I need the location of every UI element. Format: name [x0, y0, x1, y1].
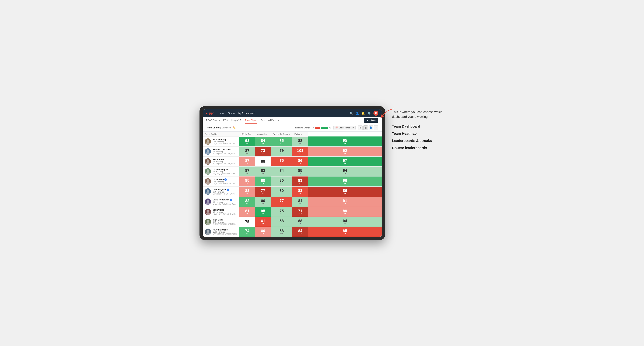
- score-inner: 95 8▲: [255, 207, 271, 217]
- score-inner: 89 7▲: [255, 176, 271, 186]
- score-inner: 83 6▼: [292, 187, 308, 197]
- score-value: 93: [245, 139, 249, 143]
- player-cell[interactable]: Chris Robertson✓ 1-5 Handicap Craigmilla…: [203, 197, 240, 207]
- score-change: 6▼: [299, 163, 301, 164]
- score-change: 2▼: [344, 213, 346, 215]
- score-inner: 86 6▼: [292, 157, 308, 166]
- score-change: 1▼: [262, 233, 264, 234]
- nav-home[interactable]: Home: [218, 111, 225, 115]
- logo[interactable]: clippd: [206, 112, 214, 115]
- score-inner: 79 9▲: [271, 147, 292, 156]
- annotation-item-0: Team Dashboard: [392, 124, 444, 128]
- score-cell: 88 2▼: [292, 217, 308, 227]
- edit-icon[interactable]: ✏️: [233, 126, 236, 129]
- tab-pga[interactable]: PGA: [223, 117, 228, 124]
- user-icon[interactable]: 👤: [356, 112, 359, 115]
- verified-badge: ✓: [230, 199, 232, 201]
- heatmap-view-button[interactable]: ▦: [363, 126, 368, 130]
- player-club: Sunningdale Golf Club, United Kingdom: [213, 153, 237, 155]
- player-cell[interactable]: Charlie Quick✓ 6-10 Handicap St. George'…: [203, 186, 240, 197]
- table-row: Blair McHarg Plus Handicap Royal North D…: [203, 137, 382, 147]
- grid-view-button[interactable]: ⊞: [358, 126, 362, 130]
- score-cell: 95 9▲: [308, 137, 382, 147]
- svg-point-1: [206, 142, 210, 145]
- view-toggles: ⊞ ▦ 👤 ⬇: [358, 126, 378, 130]
- score-value: 73: [261, 149, 265, 153]
- score-change: 1▼: [299, 143, 301, 144]
- search-icon[interactable]: 🔍: [350, 112, 353, 115]
- team-title: Team Clippd: [206, 126, 220, 129]
- tab-all-players[interactable]: All Players: [268, 117, 278, 124]
- score-change: 6▲: [262, 143, 264, 144]
- score-cell: 94 1▲: [308, 166, 382, 176]
- player-avatar: [205, 209, 211, 215]
- bell-icon[interactable]: 🔔: [362, 112, 365, 115]
- player-info: Elliot Ebert 1-5 Handicap Sunningdale Go…: [213, 158, 237, 165]
- score-value: 84: [298, 229, 302, 233]
- svg-point-7: [206, 172, 210, 174]
- person-view-button[interactable]: 👤: [368, 126, 373, 130]
- player-name: Blair McHarg: [213, 138, 237, 141]
- add-team-button[interactable]: Add Team: [364, 118, 378, 123]
- score-inner: 83 3▼: [240, 187, 255, 197]
- score-value: 95: [261, 209, 265, 213]
- table-row: Aaron Nicholls 11-15 Handicap Drift Golf…: [203, 227, 382, 237]
- score-change: 1▲: [280, 192, 283, 194]
- col-around-green[interactable]: Around the Green▼: [271, 132, 292, 137]
- player-avatar: [205, 178, 211, 184]
- score-value: 75: [280, 159, 284, 163]
- player-info: Blair McHarg Plus Handicap Royal North D…: [213, 138, 237, 145]
- score-inner: 85 3▼: [240, 176, 255, 186]
- player-name: Edward Crossman: [213, 148, 237, 151]
- col-approach[interactable]: Approach▼: [255, 132, 271, 137]
- tab-team-clippd[interactable]: Team Clippd: [245, 117, 257, 124]
- data-table: Player Quality▼ Off the Tee▼ Approach▼ A…: [203, 132, 382, 237]
- player-name: Elliot Ebert: [213, 158, 237, 161]
- table-row: David Ford✓ Plus Handicap Royal North De…: [203, 176, 382, 186]
- player-cell[interactable]: Blair McHarg Plus Handicap Royal North D…: [203, 137, 240, 147]
- player-cell[interactable]: Josh Coles 1-5 Handicap Royal North Devo…: [203, 207, 240, 217]
- player-info: Matt Miller 6-10 Handicap Woburn Golf Cl…: [213, 219, 237, 225]
- sub-nav-links: PGAT Players PGA Hcaps 1-5 Team Clippd T…: [206, 117, 364, 124]
- score-value: 74: [280, 169, 284, 173]
- score-value: 75: [245, 220, 249, 224]
- player-cell[interactable]: Elliot Ebert 1-5 Handicap Sunningdale Go…: [203, 156, 240, 166]
- avatar[interactable]: U: [374, 111, 378, 116]
- score-change: 3▲: [246, 203, 248, 204]
- score-inner: 85 8▲: [271, 137, 292, 147]
- col-putting[interactable]: Putting▼: [292, 132, 308, 137]
- col-player-quality[interactable]: Player Quality▼: [203, 132, 240, 137]
- player-cell[interactable]: Aaron Nicholls 11-15 Handicap Drift Golf…: [203, 227, 240, 237]
- change-plus: +5: [329, 127, 331, 129]
- svg-point-9: [206, 182, 210, 184]
- settings-icon[interactable]: ⚙️: [368, 112, 371, 115]
- player-info: David Ford✓ Plus Handicap Royal North De…: [213, 178, 237, 185]
- score-value: 86: [343, 189, 347, 192]
- score-change: 11▼: [298, 213, 302, 215]
- score-cell: 75 2▲: [271, 207, 292, 217]
- col-off-tee[interactable]: Off the Tee▼: [240, 132, 255, 137]
- nav-my-performance[interactable]: My Performance: [238, 111, 255, 115]
- player-cell[interactable]: Dave Billingham 1-5 Handicap Gog Magog G…: [203, 166, 240, 176]
- player-cell[interactable]: Edward Crossman 1-5 Handicap Sunningdale…: [203, 147, 240, 156]
- player-avatar: [205, 148, 211, 155]
- score-value: 83: [245, 189, 249, 192]
- score-inner: 97 5▲: [308, 157, 382, 166]
- nav-teams[interactable]: Teams: [228, 111, 235, 115]
- tab-pgat-players[interactable]: PGAT Players: [206, 117, 220, 124]
- round-change-label: 20 Round Change: [295, 127, 310, 129]
- player-name: Aaron Nicholls: [213, 229, 237, 231]
- bar-red: [315, 127, 320, 129]
- player-cell[interactable]: Matt Miller 6-10 Handicap Woburn Golf Cl…: [203, 217, 240, 227]
- last-rounds-button[interactable]: 📅 Last Rounds: 20: [334, 126, 356, 130]
- tab-tour[interactable]: Tour: [260, 117, 265, 124]
- player-cell[interactable]: David Ford✓ Plus Handicap Royal North De…: [203, 176, 240, 186]
- player-club: Royal North Devon Golf Club, United King…: [213, 213, 237, 215]
- download-button[interactable]: ⬇: [374, 126, 378, 130]
- score-cell: 75: [240, 217, 255, 227]
- tab-hcaps[interactable]: Hcaps 1-5: [231, 117, 241, 124]
- player-handicap: Plus Handicap: [213, 141, 237, 143]
- player-avatar: [205, 188, 211, 195]
- player-handicap: 1-5 Handicap: [213, 151, 237, 153]
- score-value: 60: [261, 199, 265, 203]
